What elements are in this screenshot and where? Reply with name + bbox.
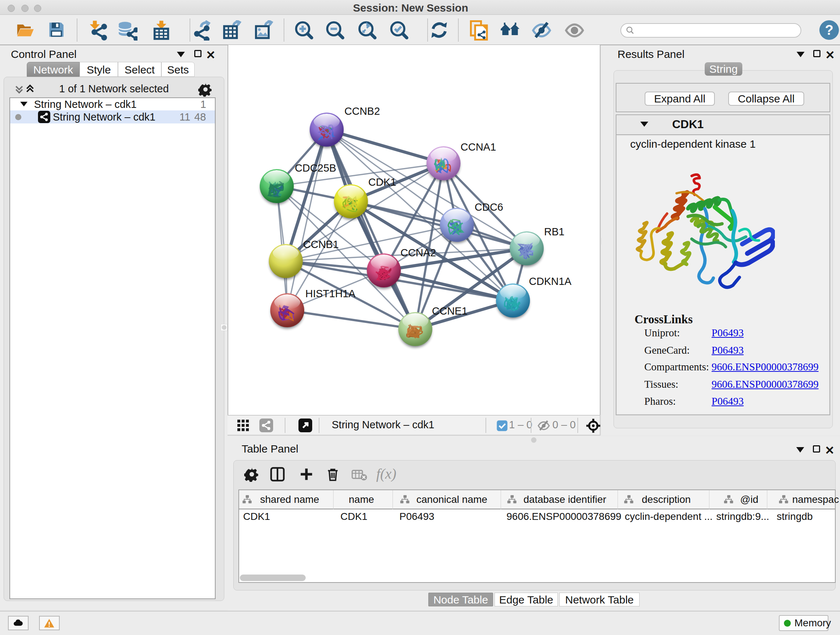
svg-text:CCNB2: CCNB2 (344, 105, 380, 117)
svg-text:CDC25B: CDC25B (295, 162, 336, 174)
svg-text:CDKN1A: CDKN1A (529, 276, 572, 287)
svg-text:RB1: RB1 (544, 226, 564, 238)
svg-text:CDC6: CDC6 (475, 201, 503, 213)
svg-text:CCNB1: CCNB1 (303, 239, 339, 250)
svg-text:CCNE1: CCNE1 (432, 305, 467, 317)
svg-text:HIST1H1A: HIST1H1A (305, 288, 355, 299)
svg-text:CCNA1: CCNA1 (461, 141, 496, 153)
svg-text:CCNA2: CCNA2 (401, 247, 436, 258)
svg-text:CDK1: CDK1 (368, 176, 396, 188)
